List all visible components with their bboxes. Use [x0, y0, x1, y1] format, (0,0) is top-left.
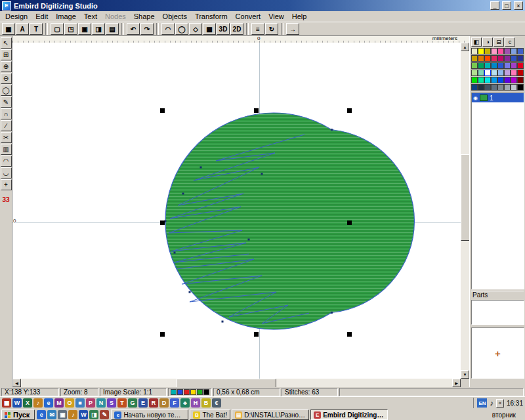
palette-color-8[interactable] — [471, 55, 478, 62]
open-design-button[interactable]: ◳ — [64, 23, 77, 35]
zoom-in-tool[interactable]: ⊕ — [1, 61, 12, 72]
selection-handle-e[interactable] — [347, 220, 352, 225]
menu-item-design[interactable]: Design — [1, 12, 32, 21]
palette-color-33[interactable] — [478, 77, 484, 83]
menu-item-convert[interactable]: Convert — [232, 12, 265, 21]
palette-color-36[interactable] — [497, 77, 504, 83]
palette-color-37[interactable] — [504, 77, 511, 83]
regenerate-button[interactable]: ↻ — [265, 23, 278, 35]
text-tool-button[interactable]: T — [30, 23, 43, 35]
palette-color-41[interactable] — [478, 84, 484, 91]
palette-color-17[interactable] — [478, 62, 484, 69]
selection-handle-w[interactable] — [160, 220, 165, 225]
print-design-button[interactable]: ▤ — [106, 23, 119, 35]
view-3d-button[interactable]: 3D — [217, 23, 230, 35]
selection-handle-se[interactable] — [347, 332, 352, 337]
palette-color-22[interactable] — [511, 62, 517, 69]
menu-item-help[interactable]: Help — [288, 12, 311, 21]
parts-list[interactable] — [471, 300, 524, 325]
menu-item-text[interactable]: Text — [80, 12, 101, 21]
desktop-toolbar-icon[interactable]: E — [138, 398, 148, 408]
palette-color-4[interactable] — [497, 48, 504, 54]
tray-collapse-button[interactable]: « — [496, 399, 504, 408]
palette-color-10[interactable] — [484, 55, 491, 62]
close-button[interactable]: × — [514, 1, 523, 10]
undo-button[interactable]: ↶ — [127, 23, 140, 35]
palette-color-13[interactable] — [504, 55, 511, 62]
object-list[interactable]: ◉ 1 — [471, 93, 524, 289]
import-design-button[interactable]: ◨ — [92, 23, 105, 35]
selection-handle-s[interactable] — [254, 332, 259, 337]
desktop-toolbar-icon[interactable]: D — [159, 398, 169, 408]
scroll-up-button[interactable]: ▲ — [461, 43, 469, 51]
arc-tool[interactable]: ◡ — [1, 167, 12, 178]
redo-button[interactable]: ↷ — [140, 23, 154, 35]
color-wheel-button[interactable]: ◑ — [482, 37, 493, 47]
palette-color-12[interactable] — [497, 55, 504, 62]
quick-launch-icon[interactable]: ▣ — [58, 410, 67, 419]
palette-color-44[interactable] — [497, 84, 504, 91]
speaker-icon[interactable]: ♪ — [490, 399, 494, 407]
palette-color-11[interactable] — [491, 55, 497, 62]
c-indicator[interactable]: c — [505, 37, 515, 47]
taskbar-task[interactable]: ▤D:\INSTALL\Разное\Embird — [232, 410, 309, 420]
thread-palette-button[interactable]: ◧ — [471, 37, 482, 47]
palette-color-15[interactable] — [517, 55, 524, 62]
palette-color-46[interactable] — [511, 84, 517, 91]
desktop-toolbar-icon[interactable]: ■ — [75, 398, 85, 408]
outline-shape-button[interactable]: ◇ — [189, 23, 202, 35]
maximize-button[interactable]: □ — [502, 1, 511, 10]
menu-item-transform[interactable]: Transform — [191, 12, 232, 21]
desktop-toolbar-icon[interactable]: G — [128, 398, 137, 408]
desktop-toolbar-icon[interactable]: R — [149, 398, 158, 408]
selection-handle-sw[interactable] — [160, 332, 165, 337]
ellipse-tool[interactable]: ◯ — [1, 85, 12, 96]
desktop-toolbar-icon[interactable]: F — [170, 398, 179, 408]
quick-launch-icon[interactable]: e — [37, 410, 46, 419]
desktop-toolbar-icon[interactable]: X — [23, 398, 32, 408]
scroll-down-button[interactable]: ▼ — [461, 370, 469, 379]
palette-color-34[interactable] — [484, 77, 491, 83]
design-canvas[interactable]: 0 — [12, 43, 461, 379]
palette-color-38[interactable] — [511, 77, 517, 83]
language-indicator[interactable]: EN — [477, 398, 487, 408]
desktop-toolbar-icon[interactable]: O — [65, 398, 74, 408]
selection-handle-ne[interactable] — [347, 108, 352, 113]
desktop-toolbar-icon[interactable]: ♣ — [180, 398, 190, 408]
menu-item-shape[interactable]: Shape — [130, 12, 159, 21]
palette-color-23[interactable] — [517, 62, 524, 69]
palette-color-20[interactable] — [497, 62, 504, 69]
palette-color-27[interactable] — [491, 70, 497, 76]
visibility-eye-icon[interactable]: ◉ — [473, 95, 478, 101]
horizontal-scrollbar[interactable]: ◀ ▶ — [12, 379, 461, 387]
circle-shape-button[interactable]: ◯ — [175, 23, 188, 35]
palette-color-35[interactable] — [491, 77, 497, 83]
palette-color-14[interactable] — [511, 55, 517, 62]
palette-color-16[interactable] — [471, 62, 478, 69]
quick-launch-icon[interactable]: ✉ — [47, 410, 56, 419]
scroll-right-button[interactable]: ▶ — [452, 379, 461, 387]
selection-handle-n[interactable] — [254, 108, 259, 113]
palette-color-31[interactable] — [517, 70, 524, 76]
save-design-button[interactable]: ▣ — [78, 23, 91, 35]
palette-color-24[interactable] — [471, 70, 478, 76]
taskbar-task[interactable]: BThe Bat! — [190, 410, 230, 420]
minimize-button[interactable]: _ — [490, 1, 499, 10]
line-tool[interactable]: ∕ — [1, 120, 12, 131]
palette-color-47[interactable] — [517, 84, 524, 91]
palette-color-2[interactable] — [484, 48, 491, 54]
palette-color-3[interactable] — [491, 48, 497, 54]
pencil-tool[interactable]: ✎ — [1, 96, 12, 108]
desktop-toolbar-icon[interactable]: H — [191, 398, 200, 408]
palette-color-28[interactable] — [497, 70, 504, 76]
desktop-toolbar-icon[interactable]: W — [12, 398, 22, 408]
selection-handle-nw[interactable] — [160, 108, 165, 113]
scroll-left-button[interactable]: ◀ — [12, 379, 21, 387]
desktop-toolbar-icon[interactable]: B — [201, 398, 211, 408]
palette-color-6[interactable] — [511, 48, 517, 54]
palette-color-29[interactable] — [504, 70, 511, 76]
desktop-toolbar-icon[interactable]: N — [96, 398, 106, 408]
fill-mode-button[interactable]: ▩ — [203, 23, 216, 35]
taskbar-task[interactable]: eНачать новую тему :: В... — [111, 410, 188, 420]
vertical-scrollbar[interactable]: ▲ ▼ — [461, 43, 469, 379]
